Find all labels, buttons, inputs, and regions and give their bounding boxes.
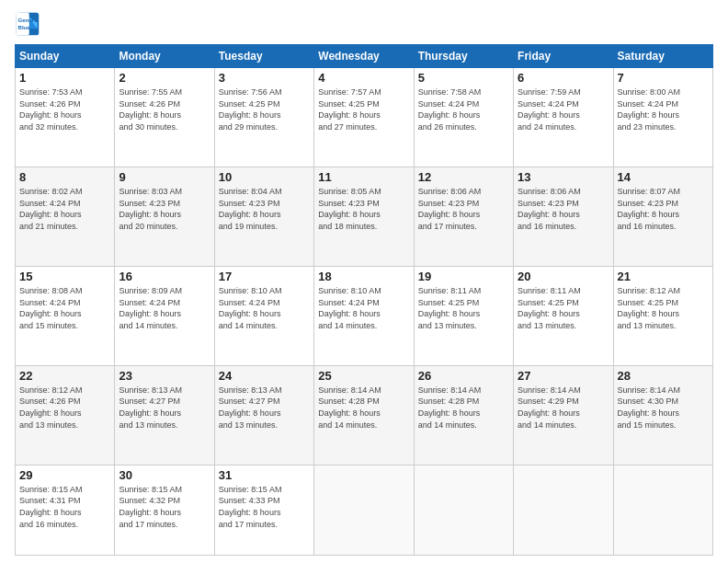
day-info: Sunrise: 8:10 AMSunset: 4:24 PMDaylight:… [219,285,310,331]
day-info: Sunrise: 7:53 AMSunset: 4:26 PMDaylight:… [19,86,110,132]
calendar-cell: 17Sunrise: 8:10 AMSunset: 4:24 PMDayligh… [214,266,313,365]
calendar-cell: 20Sunrise: 8:11 AMSunset: 4:25 PMDayligh… [514,266,613,365]
page-header: General Blue [15,11,713,37]
logo: General Blue [15,11,40,37]
calendar-cell: 30Sunrise: 8:15 AMSunset: 4:32 PMDayligh… [115,465,214,555]
day-info: Sunrise: 8:15 AMSunset: 4:32 PMDaylight:… [119,484,210,530]
calendar-week-row: 15Sunrise: 8:08 AMSunset: 4:24 PMDayligh… [16,266,713,365]
calendar-cell: 19Sunrise: 8:11 AMSunset: 4:25 PMDayligh… [414,266,513,365]
day-number: 1 [19,71,110,85]
day-info: Sunrise: 8:05 AMSunset: 4:23 PMDaylight:… [318,186,409,232]
calendar-cell: 21Sunrise: 8:12 AMSunset: 4:25 PMDayligh… [613,266,712,365]
calendar-week-row: 29Sunrise: 8:15 AMSunset: 4:31 PMDayligh… [16,465,713,555]
day-number: 16 [119,270,210,283]
calendar-header-monday: Monday [115,45,214,68]
day-number: 21 [618,270,709,283]
calendar-table: SundayMondayTuesdayWednesdayThursdayFrid… [15,44,713,556]
calendar-week-row: 1Sunrise: 7:53 AMSunset: 4:26 PMDaylight… [16,68,713,167]
day-info: Sunrise: 7:55 AMSunset: 4:26 PMDaylight:… [119,86,210,132]
calendar-cell: 24Sunrise: 8:13 AMSunset: 4:27 PMDayligh… [214,365,313,465]
day-info: Sunrise: 8:14 AMSunset: 4:29 PMDaylight:… [518,385,609,431]
calendar-header-thursday: Thursday [414,45,513,68]
calendar-cell: 9Sunrise: 8:03 AMSunset: 4:23 PMDaylight… [115,167,214,266]
day-number: 3 [219,71,310,85]
day-info: Sunrise: 8:13 AMSunset: 4:27 PMDaylight:… [119,385,210,431]
day-info: Sunrise: 7:56 AMSunset: 4:25 PMDaylight:… [219,86,310,132]
calendar-header-sunday: Sunday [16,45,115,68]
calendar-cell: 22Sunrise: 8:12 AMSunset: 4:26 PMDayligh… [16,365,115,465]
day-info: Sunrise: 8:15 AMSunset: 4:33 PMDaylight:… [219,484,310,530]
day-info: Sunrise: 8:14 AMSunset: 4:30 PMDaylight:… [618,385,709,431]
calendar-cell: 27Sunrise: 8:14 AMSunset: 4:29 PMDayligh… [514,365,613,465]
day-number: 23 [119,369,210,383]
calendar-cell: 8Sunrise: 8:02 AMSunset: 4:24 PMDaylight… [16,167,115,266]
day-number: 28 [618,369,709,383]
calendar-cell: 4Sunrise: 7:57 AMSunset: 4:25 PMDaylight… [314,68,414,167]
day-number: 5 [418,71,509,85]
day-info: Sunrise: 7:58 AMSunset: 4:24 PMDaylight:… [418,86,509,132]
day-info: Sunrise: 8:13 AMSunset: 4:27 PMDaylight:… [219,385,310,431]
day-number: 29 [19,468,110,482]
day-number: 11 [318,170,409,184]
day-info: Sunrise: 8:12 AMSunset: 4:25 PMDaylight:… [618,285,709,331]
svg-text:General: General [18,17,40,23]
day-info: Sunrise: 8:14 AMSunset: 4:28 PMDaylight:… [418,385,509,431]
calendar-cell: 15Sunrise: 8:08 AMSunset: 4:24 PMDayligh… [16,266,115,365]
calendar-cell: 6Sunrise: 7:59 AMSunset: 4:24 PMDaylight… [514,68,613,167]
day-number: 13 [518,170,609,184]
calendar-week-row: 8Sunrise: 8:02 AMSunset: 4:24 PMDaylight… [16,167,713,266]
day-info: Sunrise: 7:59 AMSunset: 4:24 PMDaylight:… [518,86,609,132]
calendar-cell: 13Sunrise: 8:06 AMSunset: 4:23 PMDayligh… [514,167,613,266]
day-info: Sunrise: 8:12 AMSunset: 4:26 PMDaylight:… [19,385,110,431]
calendar-cell: 31Sunrise: 8:15 AMSunset: 4:33 PMDayligh… [214,465,313,555]
day-info: Sunrise: 8:10 AMSunset: 4:24 PMDaylight:… [318,285,409,331]
day-number: 12 [418,170,509,184]
day-number: 9 [119,170,210,184]
calendar-header-wednesday: Wednesday [314,45,414,68]
calendar-cell: 29Sunrise: 8:15 AMSunset: 4:31 PMDayligh… [16,465,115,555]
day-info: Sunrise: 8:00 AMSunset: 4:24 PMDaylight:… [618,86,709,132]
day-info: Sunrise: 8:06 AMSunset: 4:23 PMDaylight:… [518,186,609,232]
day-number: 25 [318,369,409,383]
calendar-cell [613,465,712,555]
calendar-cell [414,465,513,555]
calendar-cell: 26Sunrise: 8:14 AMSunset: 4:28 PMDayligh… [414,365,513,465]
calendar-cell: 5Sunrise: 7:58 AMSunset: 4:24 PMDaylight… [414,68,513,167]
calendar-cell [314,465,414,555]
day-number: 10 [219,170,310,184]
calendar-cell: 28Sunrise: 8:14 AMSunset: 4:30 PMDayligh… [613,365,712,465]
calendar-cell [514,465,613,555]
day-number: 6 [518,71,609,85]
day-number: 8 [19,170,110,184]
day-number: 30 [119,468,210,482]
day-info: Sunrise: 8:06 AMSunset: 4:23 PMDaylight:… [418,186,509,232]
page-container: General Blue SundayMondayTuesdayWednesda… [0,0,728,563]
day-number: 17 [219,270,310,283]
calendar-cell: 14Sunrise: 8:07 AMSunset: 4:23 PMDayligh… [613,167,712,266]
calendar-cell: 11Sunrise: 8:05 AMSunset: 4:23 PMDayligh… [314,167,414,266]
calendar-cell: 16Sunrise: 8:09 AMSunset: 4:24 PMDayligh… [115,266,214,365]
calendar-week-row: 22Sunrise: 8:12 AMSunset: 4:26 PMDayligh… [16,365,713,465]
day-info: Sunrise: 8:04 AMSunset: 4:23 PMDaylight:… [219,186,310,232]
day-info: Sunrise: 8:15 AMSunset: 4:31 PMDaylight:… [19,484,110,530]
day-number: 15 [19,270,110,283]
calendar-cell: 10Sunrise: 8:04 AMSunset: 4:23 PMDayligh… [214,167,313,266]
svg-text:Blue: Blue [18,24,31,30]
day-number: 20 [518,270,609,283]
calendar-cell: 2Sunrise: 7:55 AMSunset: 4:26 PMDaylight… [115,68,214,167]
calendar-cell: 1Sunrise: 7:53 AMSunset: 4:26 PMDaylight… [16,68,115,167]
calendar-cell: 23Sunrise: 8:13 AMSunset: 4:27 PMDayligh… [115,365,214,465]
day-number: 26 [418,369,509,383]
calendar-cell: 18Sunrise: 8:10 AMSunset: 4:24 PMDayligh… [314,266,414,365]
day-info: Sunrise: 7:57 AMSunset: 4:25 PMDaylight:… [318,86,409,132]
logo-icon: General Blue [15,11,40,37]
day-info: Sunrise: 8:11 AMSunset: 4:25 PMDaylight:… [518,285,609,331]
day-info: Sunrise: 8:07 AMSunset: 4:23 PMDaylight:… [618,186,709,232]
day-number: 22 [19,369,110,383]
calendar-header-saturday: Saturday [613,45,712,68]
calendar-header-tuesday: Tuesday [214,45,313,68]
calendar-cell: 25Sunrise: 8:14 AMSunset: 4:28 PMDayligh… [314,365,414,465]
day-number: 2 [119,71,210,85]
day-info: Sunrise: 8:02 AMSunset: 4:24 PMDaylight:… [19,186,110,232]
calendar-header-row: SundayMondayTuesdayWednesdayThursdayFrid… [16,45,713,68]
